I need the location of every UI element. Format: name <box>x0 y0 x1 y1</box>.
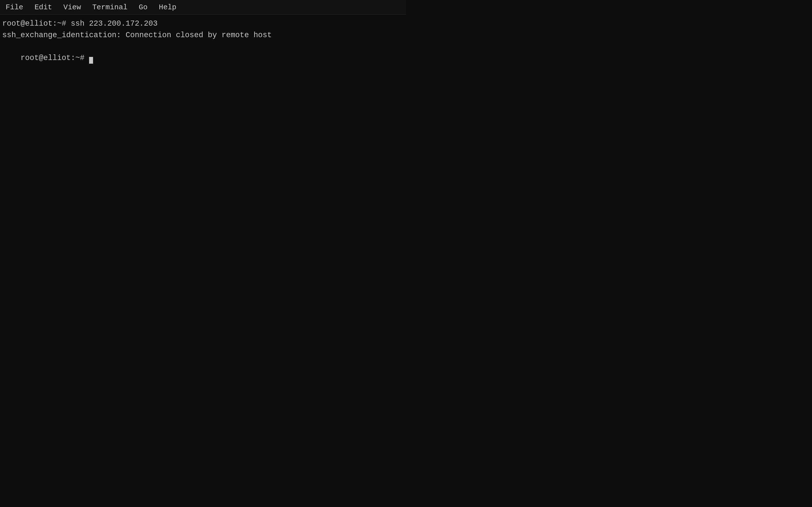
terminal-line-error: ssh_exchange_identication: Connection cl… <box>2 30 404 41</box>
menu-go[interactable]: Go <box>133 2 153 13</box>
menu-terminal[interactable]: Terminal <box>87 2 133 13</box>
terminal-line-prompt: root@elliot:~# <box>2 41 404 75</box>
menubar: File Edit View Terminal Go Help <box>0 0 406 15</box>
menu-help[interactable]: Help <box>153 2 182 13</box>
menu-edit[interactable]: Edit <box>29 2 57 13</box>
cursor-block <box>89 57 93 64</box>
menu-view[interactable]: View <box>58 2 87 13</box>
terminal-line-cmd: root@elliot:~# ssh 223.200.172.203 <box>2 18 404 30</box>
prompt-text: root@elliot:~# <box>20 54 89 62</box>
menu-nav: File Edit View Terminal Go Help <box>0 0 406 15</box>
terminal-body[interactable]: root@elliot:~# ssh 223.200.172.203 ssh_e… <box>0 15 406 253</box>
menu-file[interactable]: File <box>0 2 29 13</box>
